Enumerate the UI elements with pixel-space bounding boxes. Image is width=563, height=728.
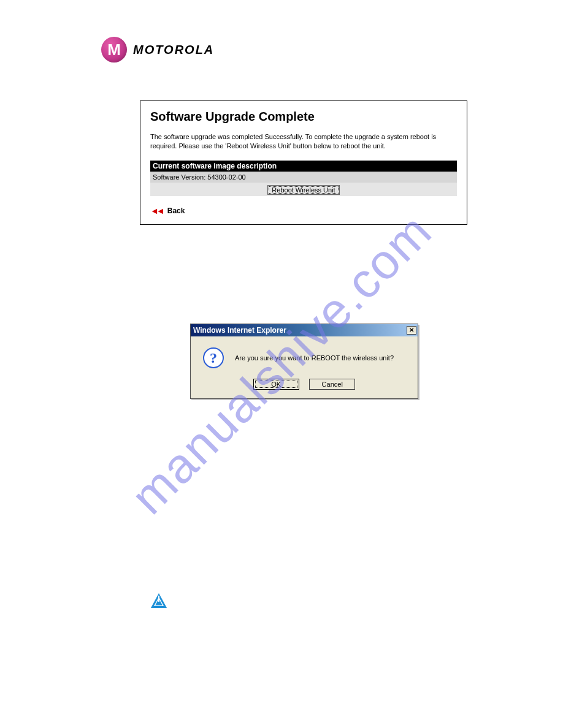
back-link[interactable]: ◄◄ Back xyxy=(150,206,457,216)
close-icon[interactable]: ✕ xyxy=(407,326,416,335)
version-label: Software Version: xyxy=(153,173,205,181)
reboot-wireless-unit-button[interactable]: Reboot Wireless Unit xyxy=(267,185,339,195)
question-icon: ? xyxy=(203,347,224,368)
brand-name: MOTOROLA xyxy=(133,43,214,57)
panel-message: The software upgrade was completed Succe… xyxy=(150,132,457,151)
image-description-header: Current software image description xyxy=(150,161,457,172)
cancel-button[interactable]: Cancel xyxy=(309,379,355,390)
ok-button[interactable]: OK xyxy=(253,379,299,390)
dialog-title: Windows Internet Explorer xyxy=(193,326,286,335)
reboot-confirm-dialog: Windows Internet Explorer ✕ ? Are you su… xyxy=(190,324,418,399)
panel-title: Software Upgrade Complete xyxy=(150,110,457,124)
dialog-body: ? Are you sure you want to REBOOT the wi… xyxy=(191,336,418,374)
back-arrows-icon: ◄◄ xyxy=(150,206,163,216)
dialog-message: Are you sure you want to REBOOT the wire… xyxy=(235,354,394,362)
reboot-button-row: Reboot Wireless Unit xyxy=(150,183,457,196)
software-version-row: Software Version: 54300-02-00 xyxy=(150,172,457,183)
motorola-batwing-icon: M xyxy=(101,37,127,63)
back-label: Back xyxy=(167,207,185,215)
dialog-button-row: OK Cancel xyxy=(191,374,418,398)
note-triangle-icon xyxy=(151,593,167,608)
brand-logo: M MOTOROLA xyxy=(101,37,214,63)
software-upgrade-panel: Software Upgrade Complete The software u… xyxy=(140,100,467,225)
version-value: 54300-02-00 xyxy=(207,173,245,181)
dialog-titlebar: Windows Internet Explorer ✕ xyxy=(191,324,418,336)
